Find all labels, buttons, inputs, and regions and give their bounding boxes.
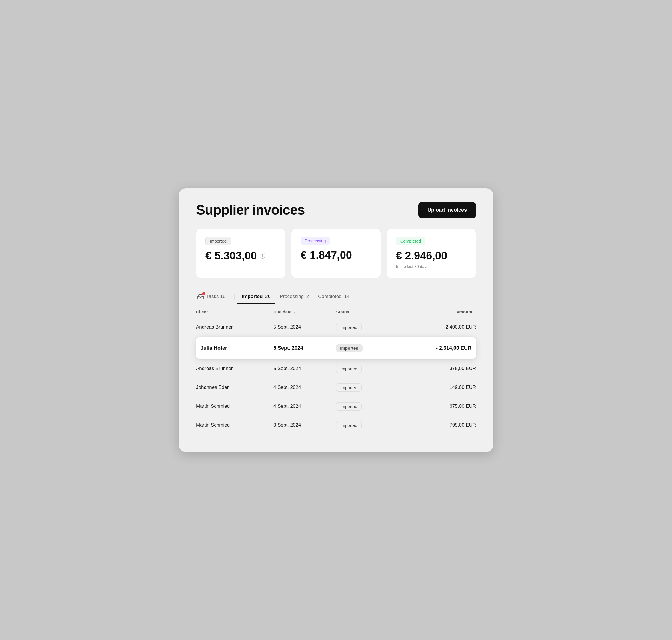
- table-row[interactable]: Andreas Brunner5 Sept. 2024Imported375,0…: [196, 360, 476, 378]
- invoice-table: Client ↕ Due date ↓ Status ↕ Amount ↕ An…: [196, 304, 476, 435]
- client-sort-icon: ↕: [210, 310, 212, 314]
- cell-client: Andreas Brunner: [196, 360, 274, 378]
- summary-card-processing: Processing € 1.847,00: [291, 229, 381, 278]
- cell-amount: 149,00 EUR: [392, 378, 476, 397]
- completed-amount: € 2.946,00: [396, 250, 467, 262]
- col-amount[interactable]: Amount ↕: [392, 304, 476, 318]
- tasks-label: Tasks 16: [206, 294, 225, 300]
- tasks-tab[interactable]: Tasks 16: [196, 290, 231, 304]
- col-client[interactable]: Client ↕: [196, 304, 274, 318]
- col-due-date[interactable]: Due date ↓: [274, 304, 336, 318]
- due-date-sort-icon: ↓: [294, 310, 295, 314]
- completed-sublabel: In the last 30 days: [396, 264, 467, 269]
- tab-processing[interactable]: Processing 2: [275, 290, 313, 304]
- cell-status: Imported: [336, 318, 391, 337]
- status-badge: Imported: [336, 402, 362, 410]
- cell-due-date: 3 Sept. 2024: [274, 416, 336, 435]
- table-row[interactable]: Julia Hofer5 Sept. 2024Imported- 2.314,0…: [196, 337, 476, 360]
- cell-due-date: 4 Sept. 2024: [274, 378, 336, 397]
- status-badge: Imported: [336, 383, 362, 392]
- amount-value: - 2.314,00 EUR: [436, 345, 471, 351]
- table-row[interactable]: Martin Schmied4 Sept. 2024Imported675,00…: [196, 397, 476, 416]
- table-row[interactable]: Johannes Eder4 Sept. 2024Imported149,00 …: [196, 378, 476, 397]
- status-badge: Imported: [336, 365, 362, 373]
- status-sort-icon: ↕: [351, 310, 353, 314]
- status-badge: Imported: [336, 344, 362, 352]
- cell-due-date: 5 Sept. 2024: [274, 360, 336, 378]
- tasks-notification-badge: [202, 292, 205, 295]
- table-row[interactable]: Andreas Brunner5 Sept. 2024Imported2.400…: [196, 318, 476, 337]
- cell-due-date: 4 Sept. 2024: [274, 397, 336, 416]
- processing-badge: Processing: [301, 237, 330, 245]
- table-row[interactable]: Martin Schmied3 Sept. 2024Imported795,00…: [196, 416, 476, 435]
- cell-amount: 375,00 EUR: [392, 360, 476, 378]
- summary-cards: Imported € 5.303,00 i Processing € 1.847…: [196, 229, 476, 278]
- info-icon[interactable]: i: [260, 253, 265, 259]
- amount-sort-icon: ↕: [474, 310, 476, 314]
- processing-amount: € 1.847,00: [301, 249, 371, 261]
- main-container: Supplier invoices Upload invoices Import…: [179, 188, 493, 452]
- page-header: Supplier invoices Upload invoices: [196, 202, 476, 218]
- tabs-row: Tasks 16 Imported 26 Processing 2 Comple…: [196, 290, 476, 304]
- cell-status: Imported: [336, 378, 391, 397]
- tab-completed[interactable]: Completed 14: [313, 290, 354, 304]
- upload-invoices-button[interactable]: Upload invoices: [418, 202, 476, 218]
- cell-client: Johannes Eder: [196, 378, 274, 397]
- inbox-icon: [197, 293, 204, 300]
- status-badge: Imported: [336, 421, 362, 430]
- imported-amount: € 5.303,00 i: [205, 250, 276, 262]
- cell-amount: - 2.314,00 EUR: [392, 337, 476, 360]
- page-title: Supplier invoices: [196, 202, 305, 218]
- tab-divider: [234, 294, 235, 300]
- cell-client: Andreas Brunner: [196, 318, 274, 337]
- cell-client: Martin Schmied: [196, 416, 274, 435]
- cell-amount: 795,00 EUR: [392, 416, 476, 435]
- summary-card-completed: Completed € 2.946,00 In the last 30 days: [386, 229, 476, 278]
- cell-status: Imported: [336, 397, 391, 416]
- completed-badge: Completed: [396, 237, 425, 245]
- cell-amount: 2.400,00 EUR: [392, 318, 476, 337]
- cell-due-date: 5 Sept. 2024: [274, 337, 336, 360]
- cell-due-date: 5 Sept. 2024: [274, 318, 336, 337]
- imported-badge: Imported: [205, 237, 231, 245]
- tab-imported[interactable]: Imported 26: [237, 290, 275, 304]
- cell-client: Julia Hofer: [196, 337, 274, 360]
- col-status[interactable]: Status ↕: [336, 304, 391, 318]
- cell-status: Imported: [336, 337, 391, 360]
- summary-card-imported: Imported € 5.303,00 i: [196, 229, 286, 278]
- status-badge: Imported: [336, 323, 362, 332]
- cell-status: Imported: [336, 416, 391, 435]
- cell-status: Imported: [336, 360, 391, 378]
- cell-amount: 675,00 EUR: [392, 397, 476, 416]
- cell-client: Martin Schmied: [196, 397, 274, 416]
